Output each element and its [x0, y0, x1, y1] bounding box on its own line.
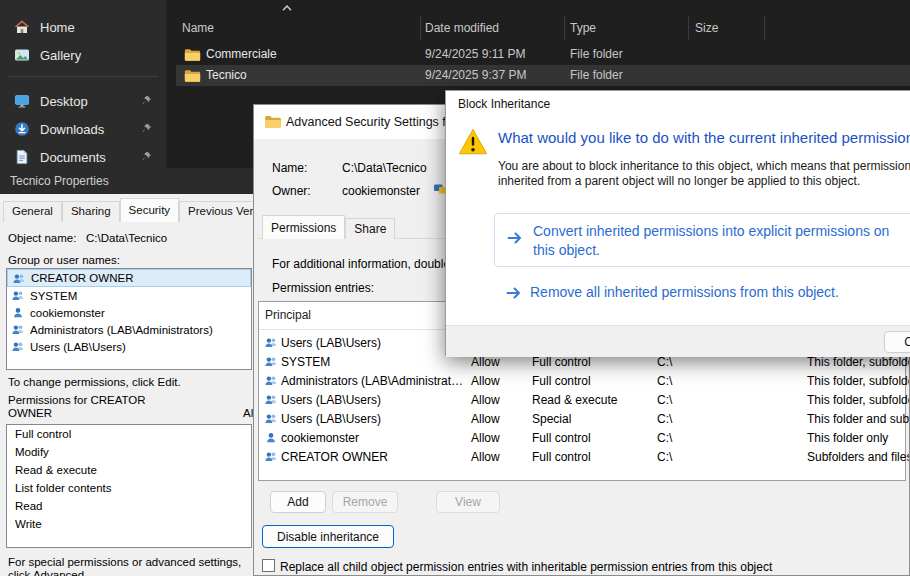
file-type: File folder — [570, 47, 623, 61]
entry-inherited-from: C:\ — [657, 450, 672, 464]
cancel-button[interactable]: Cancel — [884, 331, 910, 353]
entry-applies-to: Subfolders and files only — [807, 450, 910, 464]
pin-icon — [141, 151, 152, 162]
convert-permissions-link[interactable]: Convert inherited permissions into expli… — [494, 213, 910, 267]
replace-permissions-checkbox[interactable] — [262, 559, 275, 572]
sidebar-item-downloads[interactable]: Downloads — [4, 116, 162, 142]
dialog-instruction: What would you like to do with the curre… — [498, 129, 910, 146]
entry-applies-to: This folder and subfolders — [807, 412, 910, 426]
disable-inheritance-button[interactable]: Disable inheritance — [262, 525, 394, 548]
group-icon — [264, 374, 278, 387]
entry-inherited-from: C:\ — [657, 431, 672, 445]
file-row-commerciale[interactable]: Commerciale 9/24/2025 9:11 PM File folde… — [176, 44, 910, 65]
tab-permissions[interactable]: Permissions — [262, 215, 345, 239]
sidebar-item-label: Documents — [40, 150, 106, 165]
sidebar-item-label: Home — [40, 20, 75, 35]
file-list-header: Name Date modified Type Size — [176, 14, 910, 42]
permission-entry-row[interactable]: cookiemonster Allow Full control C:\ Thi… — [259, 429, 905, 448]
tab-previous-versions[interactable]: Previous Versions — [179, 201, 264, 222]
group-user-list[interactable]: CREATOR OWNER SYSTEM cookiemonster Admin… — [6, 268, 252, 370]
group-icon — [264, 393, 278, 406]
remove-button[interactable]: Remove — [332, 491, 398, 513]
sidebar-item-desktop[interactable]: Desktop — [4, 88, 162, 114]
sidebar-item-documents[interactable]: Documents — [4, 144, 162, 170]
column-header-principal[interactable]: Principal — [265, 308, 311, 322]
column-separator — [564, 16, 565, 40]
permission-item[interactable]: Modify — [7, 443, 251, 461]
entry-principal: Users (LAB\Users) — [281, 393, 465, 407]
file-name: Commerciale — [206, 47, 277, 61]
entry-type: Allow — [471, 355, 500, 369]
link-line: Convert inherited permissions into expli… — [533, 222, 889, 241]
dialog-footer: Cancel — [446, 325, 910, 357]
entry-applies-to: This folder, subfolders and files — [807, 355, 910, 369]
column-header-size[interactable]: Size — [695, 21, 718, 35]
view-button[interactable]: View — [436, 491, 500, 513]
list-item-system[interactable]: SYSTEM — [7, 287, 251, 304]
permission-item[interactable]: Write — [7, 515, 251, 533]
group-user-names-label: Group or user names: — [8, 254, 120, 266]
entry-applies-to: This folder, subfolders and files — [807, 393, 910, 407]
sidebar-item-home[interactable]: Home — [4, 14, 162, 40]
permission-item[interactable]: Read — [7, 497, 251, 515]
permission-item[interactable]: List folder contents — [7, 479, 251, 497]
principal-name: CREATOR OWNER — [31, 272, 133, 284]
permission-entry-row[interactable]: CREATOR OWNER Allow Full control C:\ Sub… — [259, 448, 905, 467]
object-name-value: C:\Data\Tecnico — [86, 232, 167, 244]
downloads-icon — [14, 121, 30, 137]
list-item-creator-owner[interactable]: CREATOR OWNER — [7, 269, 251, 287]
permission-label: Read & execute — [15, 464, 97, 476]
entry-type: Allow — [471, 393, 500, 407]
group-icon — [264, 355, 278, 368]
entry-inherited-from: C:\ — [657, 412, 672, 426]
entry-applies-to: This folder, subfolders and files — [807, 374, 910, 388]
link-line: this object. — [533, 241, 889, 260]
properties-titlebar[interactable]: Tecnico Properties — [0, 168, 264, 194]
name-label: Name: — [272, 161, 307, 175]
permission-entry-row[interactable]: Users (LAB\Users) Allow Read & execute C… — [259, 391, 905, 410]
principal-name: SYSTEM — [30, 290, 77, 302]
dialog-body-text: You are about to block inheritance to th… — [498, 159, 910, 189]
entry-access: Read & execute — [532, 393, 617, 407]
entry-inherited-from: C:\ — [657, 374, 672, 388]
entry-access: Full control — [532, 374, 591, 388]
permissions-for-label: Permissions for CREATOR OWNER — [8, 394, 178, 420]
tab-sharing[interactable]: Sharing — [62, 201, 120, 222]
entry-type: Allow — [471, 374, 500, 388]
list-item-administrators[interactable]: Administrators (LAB\Administrators) — [7, 321, 251, 338]
edit-note: To change permissions, click Edit. — [8, 376, 181, 388]
body-line: inherited from a parent object will no l… — [498, 174, 910, 189]
sidebar-item-gallery[interactable]: Gallery — [4, 42, 162, 68]
column-header-name[interactable]: Name — [182, 21, 214, 35]
tab-general[interactable]: General — [3, 201, 62, 222]
column-separator — [688, 16, 689, 40]
permission-entry-row[interactable]: Users (LAB\Users) Allow Special C:\ This… — [259, 410, 905, 429]
list-item-users[interactable]: Users (LAB\Users) — [7, 338, 251, 355]
advanced-note: For special permissions or advanced sett… — [8, 556, 248, 576]
file-name: Tecnico — [206, 68, 247, 82]
entry-applies-to: This folder only — [807, 431, 888, 445]
column-header-type[interactable]: Type — [570, 21, 596, 35]
column-separator — [420, 16, 421, 40]
block-inheritance-titlebar[interactable]: Block Inheritance — [446, 91, 910, 117]
pin-icon — [141, 95, 152, 106]
group-icon — [264, 412, 278, 425]
add-button[interactable]: Add — [270, 491, 326, 513]
file-row-tecnico[interactable]: Tecnico 9/24/2025 9:37 PM File folder — [176, 65, 910, 86]
permission-item[interactable]: Read & execute — [7, 461, 251, 479]
folder-icon — [184, 48, 201, 62]
permission-entries-label: Permission entries: — [272, 281, 374, 295]
permissions-list[interactable]: Full control Modify Read & execute List … — [6, 424, 252, 548]
permission-item[interactable]: Full control — [7, 425, 251, 443]
remove-permissions-link[interactable]: Remove all inherited permissions from th… — [506, 283, 839, 302]
column-header-date-modified[interactable]: Date modified — [425, 21, 499, 35]
tab-share[interactable]: Share — [345, 218, 395, 239]
group-icon — [12, 272, 26, 285]
group-icon — [264, 336, 278, 349]
tab-security[interactable]: Security — [120, 198, 180, 222]
entry-access: Full control — [532, 450, 591, 464]
permission-entry-row[interactable]: Administrators (LAB\Administrators) Allo… — [259, 372, 905, 391]
list-item-cookiemonster[interactable]: cookiemonster — [7, 304, 251, 321]
owner-value: cookiemonster — [342, 184, 420, 198]
block-inheritance-title: Block Inheritance — [458, 97, 550, 111]
